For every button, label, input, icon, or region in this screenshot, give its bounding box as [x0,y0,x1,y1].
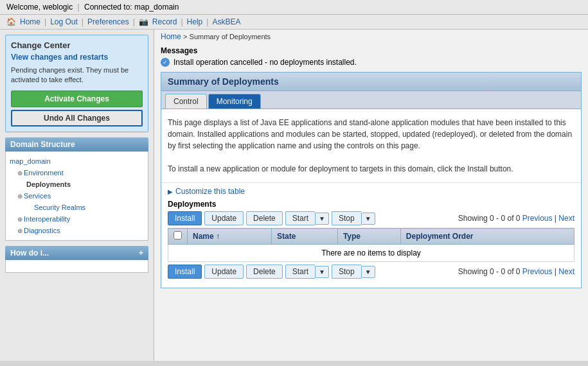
summary-header: Summary of Deployments [161,73,581,91]
start-arrow-bottom[interactable]: ▼ [315,266,329,278]
how-do-i-body [5,260,148,273]
col-type: Type [337,229,400,245]
summary-panel: Summary of Deployments Control Monitorin… [161,72,582,288]
nav-preferences[interactable]: Preferences [87,17,129,26]
sidebar-item-diagnostics[interactable]: ⊕Diagnostics [10,225,144,236]
delete-button-bottom[interactable]: Delete [246,265,283,279]
breadcrumb-current: Summary of Deployments [190,33,271,40]
main-layout: Change Center View changes and restarts … [0,30,588,361]
tab-monitoring[interactable]: Monitoring [208,94,261,109]
messages-section: Messages ✓ Install operation cancelled -… [154,44,588,72]
domain-structure-section: Domain Structure map_domain ⊕Environment… [5,137,148,241]
start-button-group-bottom: Start ▼ [285,265,329,279]
welcome-text: Welcome, weblogic [6,3,73,12]
domain-tree: map_domain ⊕Environment Deployments ⊕Ser… [5,152,148,241]
breadcrumb: Home > Summary of Deployments [154,30,588,44]
activate-changes-button[interactable]: Activate Changes [11,91,143,107]
tab-control[interactable]: Control [165,94,207,109]
home-icon: 🏠 [6,17,16,26]
customize-link[interactable]: ▶ Customize this table [168,187,575,196]
sidebar-item-deployments[interactable]: Deployments [10,179,144,190]
message-icon: ✓ [161,58,170,67]
sidebar-item-services[interactable]: ⊕Services [10,190,144,202]
nav-askbea[interactable]: AskBEA [212,17,240,26]
sidebar-item-interoperability[interactable]: ⊕Interoperability [10,213,144,225]
expand-icon: ⊕ [17,216,22,223]
start-arrow-top[interactable]: ▼ [315,213,329,225]
nav-bar: 🏠 Home | Log Out | Preferences | 📷 Recor… [0,15,588,30]
messages-title: Messages [161,46,582,55]
message-item: ✓ Install operation cancelled - no deplo… [161,58,582,67]
change-center-text: Pending changes exist. They must be acti… [11,65,143,85]
description-p2: To install a new application or module f… [168,163,575,175]
change-center: Change Center View changes and restarts … [5,35,148,132]
breadcrumb-home[interactable]: Home [161,32,181,41]
sidebar-item-environment[interactable]: ⊕Environment [10,167,144,179]
bottom-btn-bar: Install Update Delete Start ▼ Stop ▼ [168,265,575,279]
expand-icon: ⊕ [17,227,22,234]
sidebar: Change Center View changes and restarts … [0,30,154,361]
top-bar-left: Welcome, weblogic | Connected to: map_do… [6,3,179,12]
col-deployment-order: Deployment Order [400,229,574,245]
start-button-top[interactable]: Start [285,211,315,225]
showing-text-bottom: Showing 0 - 0 of 0 [458,267,521,276]
record-icon: 📷 [139,17,148,26]
next-link-bottom[interactable]: Next [558,267,575,276]
pagination-bottom: Showing 0 - 0 of 0 Previous | Next [458,267,575,276]
sidebar-item-security-realms[interactable]: Security Realms [10,202,144,213]
col-checkbox [168,229,188,245]
table-section: Deployments Install Update Delete Start … [161,200,581,288]
update-button-bottom[interactable]: Update [204,265,244,279]
content-area: Home > Summary of Deployments Messages ✓… [154,30,588,361]
nav-record[interactable]: Record [152,17,177,26]
stop-button-top[interactable]: Stop [332,211,361,225]
change-center-subtitle: View changes and restarts [11,53,143,62]
start-button-group-top: Start ▼ [285,211,329,225]
start-button-bottom[interactable]: Start [285,265,315,279]
domain-structure-title: Domain Structure [5,137,148,152]
install-button-top[interactable]: Install [168,211,202,225]
stop-arrow-bottom[interactable]: ▼ [361,266,375,278]
nav-logout[interactable]: Log Out [50,17,78,26]
previous-link-bottom[interactable]: Previous [522,267,553,276]
pagination-top: Showing 0 - 0 of 0 Previous | Next [458,214,575,223]
description-p1: This page displays a list of Java EE app… [168,117,575,152]
breadcrumb-separator: > [183,33,189,40]
stop-button-group-bottom: Stop ▼ [332,265,375,279]
update-button-top[interactable]: Update [204,211,244,225]
customize-section: ▶ Customize this table [161,183,581,200]
install-button-bottom[interactable]: Install [168,265,202,279]
stop-arrow-top[interactable]: ▼ [361,213,375,225]
nav-help[interactable]: Help [187,17,203,26]
tabs: Control Monitoring [161,91,581,109]
message-text: Install operation cancelled - no deploym… [174,58,357,67]
deployments-table: Name ↑ State Type Deployment Order There… [168,228,575,262]
top-btn-bar: Install Update Delete Start ▼ Stop ▼ [168,211,575,225]
col-name: Name ↑ [188,229,272,245]
top-bar: Welcome, weblogic | Connected to: map_do… [0,0,588,15]
change-center-title: Change Center [11,40,143,50]
how-do-i-section: How do i... + [5,246,148,273]
previous-link-top[interactable]: Previous [522,214,553,223]
delete-button-top[interactable]: Delete [246,211,283,225]
undo-changes-button[interactable]: Undo All Changes [11,110,143,126]
description: This page displays a list of Java EE app… [161,109,581,183]
expand-icon: ⊕ [17,193,22,200]
showing-text-top: Showing 0 - 0 of 0 [458,214,521,223]
btn-bar-left: Install Update Delete Start ▼ Stop ▼ [168,211,375,225]
btn-bar-left-bottom: Install Update Delete Start ▼ Stop ▼ [168,265,375,279]
col-state: State [272,229,338,245]
stop-button-group-top: Stop ▼ [332,211,375,225]
table-label: Deployments [168,200,575,209]
empty-row: There are no items to display [168,245,575,262]
empty-message: There are no items to display [168,245,575,262]
how-do-i-title: How do i... [10,248,49,257]
how-do-i-header[interactable]: How do i... + [5,246,148,260]
how-do-i-expand-icon[interactable]: + [139,248,143,257]
sidebar-item-map-domain[interactable]: map_domain [10,155,144,167]
stop-button-bottom[interactable]: Stop [332,265,361,279]
nav-home[interactable]: Home [20,17,40,26]
expand-icon: ⊕ [17,170,22,177]
next-link-top[interactable]: Next [558,214,575,223]
select-all-checkbox[interactable] [174,231,182,240]
